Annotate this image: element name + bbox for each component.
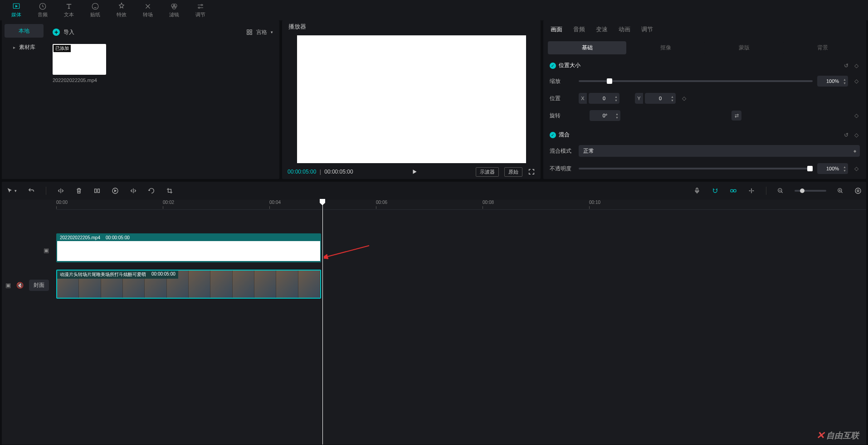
subtab-bg[interactable]: 背景: [783, 41, 862, 54]
media-item-name: 202202022205.mp4: [53, 77, 106, 83]
magnet-button[interactable]: [712, 187, 719, 194]
props-tab-audio[interactable]: 音频: [573, 25, 585, 34]
timeline-ruler[interactable]: 00:00 00:02 00:04 00:06 00:08 00:10: [56, 200, 866, 210]
props-tab-picture[interactable]: 画面: [551, 25, 562, 34]
audio-mute-icon[interactable]: 🔇: [16, 282, 24, 289]
rotate-button[interactable]: [148, 187, 155, 194]
overlay-track-icon[interactable]: ▣: [44, 247, 49, 254]
mirror-button[interactable]: [130, 187, 137, 194]
tab-transition[interactable]: 转场: [135, 0, 160, 20]
ruler-tick: 00:04: [269, 200, 281, 205]
annotation-arrow: [324, 243, 374, 261]
fullscreen-button[interactable]: [528, 168, 535, 175]
select-tool[interactable]: ▾: [6, 187, 17, 194]
crop-button[interactable]: [166, 187, 173, 194]
player-canvas: [297, 35, 526, 163]
keyframe-icon[interactable]: ◇: [680, 95, 688, 102]
tab-text[interactable]: 文本: [56, 0, 81, 20]
subtab-mask[interactable]: 抠像: [626, 41, 705, 54]
props-tab-anim[interactable]: 动画: [619, 25, 630, 34]
ruler-tick: 00:00: [56, 200, 68, 205]
fit-icon: [854, 187, 862, 194]
undo-button[interactable]: [28, 187, 35, 194]
media-item[interactable]: 已添加 202202022205.mp4: [53, 44, 106, 83]
section-blend: ✓ 混合 ↺ ◇: [550, 131, 860, 139]
import-button[interactable]: + 导入: [53, 29, 74, 36]
preview-button[interactable]: [748, 187, 755, 194]
blend-mode-select[interactable]: 正常: [579, 145, 860, 157]
media-side-local[interactable]: 本地: [5, 24, 44, 38]
svg-point-20: [855, 188, 861, 193]
player-viewport[interactable]: [282, 34, 541, 165]
reset-icon[interactable]: ↺: [843, 63, 850, 69]
link-button[interactable]: [730, 187, 737, 194]
tab-sticker-label: 贴纸: [90, 11, 100, 18]
zoom-slider[interactable]: [795, 190, 826, 192]
tab-effect[interactable]: 特效: [109, 0, 134, 20]
scale-label: 缩放: [550, 77, 574, 85]
media-side-library[interactable]: 素材库: [5, 40, 44, 54]
grid-icon: [246, 29, 253, 35]
zoom-in-button[interactable]: [837, 188, 844, 194]
voiceover-button[interactable]: [693, 187, 701, 194]
reset-icon[interactable]: ↺: [843, 132, 850, 138]
zoom-out-button[interactable]: [777, 188, 784, 194]
tab-audio[interactable]: 音频: [30, 0, 55, 20]
scope-button[interactable]: 示波器: [476, 167, 499, 177]
tab-filter[interactable]: 滤镜: [161, 0, 186, 20]
tab-sticker[interactable]: 贴纸: [83, 0, 107, 20]
cover-button[interactable]: 封面: [29, 280, 49, 291]
clip-name: 202202022205.mp4: [60, 235, 100, 240]
keyframe-icon[interactable]: ◇: [853, 63, 860, 69]
pos-y-input[interactable]: 0▲▼: [645, 93, 676, 104]
subtab-basic[interactable]: 基础: [548, 41, 626, 54]
play-button[interactable]: [411, 169, 418, 175]
pos-x-input[interactable]: 0▲▼: [589, 93, 619, 104]
zoom-fit-button[interactable]: [854, 187, 862, 194]
freeze-button[interactable]: [93, 187, 101, 194]
track-headers: ▣ ▣ 🔇 封面: [2, 210, 56, 303]
clip-duration: 00:00:05:00: [151, 271, 176, 278]
playhead[interactable]: [322, 200, 323, 445]
props-tab-adjust[interactable]: 调节: [641, 25, 653, 34]
reverse-button[interactable]: [112, 187, 119, 194]
time-separator: |: [320, 169, 321, 175]
freeze-icon: [93, 187, 101, 194]
props-tab-speed[interactable]: 变速: [596, 25, 608, 34]
keyframe-icon[interactable]: ◇: [853, 165, 860, 172]
check-icon[interactable]: ✓: [550, 132, 556, 138]
split-button[interactable]: [57, 187, 64, 194]
video-track-icon[interactable]: ▣: [5, 282, 11, 289]
svg-rect-12: [95, 189, 97, 193]
trash-icon: [75, 187, 83, 194]
keyframe-icon[interactable]: ◇: [853, 78, 860, 84]
blend-mode-label: 混合模式: [550, 147, 574, 155]
overlay-clip[interactable]: 202202022205.mp4 00:00:05:00: [56, 233, 321, 262]
view-mode-button[interactable]: 宫格 ▾: [246, 29, 273, 36]
svg-rect-9: [250, 30, 252, 32]
tracks-area[interactable]: 202202022205.mp4 00:00:05:00 动漫片头转场片尾唯美场…: [56, 210, 866, 303]
subtab-matte[interactable]: 蒙版: [705, 41, 783, 54]
ruler-tick: 00:02: [163, 200, 174, 205]
scale-slider[interactable]: [579, 80, 813, 82]
row-blend-mode: 混合模式 正常: [550, 145, 860, 157]
svg-point-7: [198, 7, 200, 9]
delete-button[interactable]: [75, 187, 83, 194]
scale-input[interactable]: 100%▲▼: [817, 76, 848, 87]
main-clip[interactable]: 动漫片头转场片尾唯美场所打斗炫酷可爱萌 00:00:05:00: [56, 270, 321, 299]
opacity-slider[interactable]: [579, 168, 813, 169]
media-panel: 本地 素材库 + 导入 宫格 ▾ 已添加 20: [2, 20, 279, 179]
keyframe-icon[interactable]: ◇: [853, 132, 860, 138]
row-position: 位置 X 0▲▼ Y 0▲▼ ◇: [550, 93, 860, 104]
keyframe-icon[interactable]: ◇: [853, 112, 860, 119]
check-icon[interactable]: ✓: [550, 63, 556, 69]
flip-button[interactable]: ⇄: [731, 111, 741, 121]
opacity-input[interactable]: 100%▲▼: [817, 163, 848, 174]
ruler-tick: 00:06: [376, 200, 387, 205]
svg-rect-15: [696, 188, 698, 191]
original-button[interactable]: 原始: [504, 167, 522, 177]
timeline[interactable]: 00:00 00:02 00:04 00:06 00:08 00:10 ▣ ▣ …: [2, 200, 866, 445]
rotate-input[interactable]: 0°▲▼: [590, 110, 620, 121]
tab-media[interactable]: 媒体: [4, 0, 29, 20]
tab-adjust[interactable]: 调节: [188, 0, 213, 20]
